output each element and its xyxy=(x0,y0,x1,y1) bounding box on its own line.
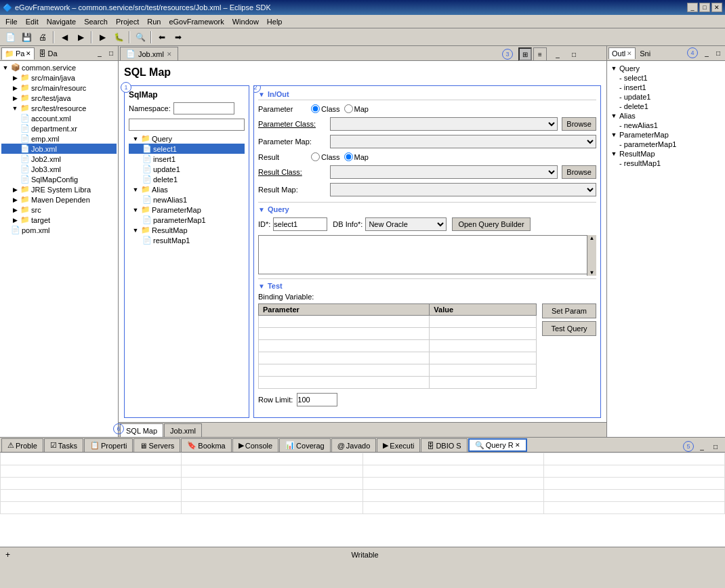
sqlmap-tree-parametermap1[interactable]: 📄 parameterMap1 xyxy=(129,215,245,225)
tab-query-result[interactable]: 🔍 Query R ✕ xyxy=(468,438,527,452)
result-map-radio[interactable] xyxy=(344,152,353,161)
query-collapse-btn[interactable]: ▼ xyxy=(258,206,265,213)
tree-item-job3[interactable]: 📄 Job3.xml xyxy=(1,164,117,174)
open-query-builder-btn[interactable]: Open Query Builder xyxy=(452,217,530,231)
menu-help[interactable]: Help xyxy=(263,16,287,27)
minimize-editor-btn[interactable]: _ xyxy=(552,49,563,60)
minimize-bottom-btn[interactable]: _ xyxy=(697,441,707,452)
back-btn[interactable]: ◀ xyxy=(57,30,72,44)
tree-item-src[interactable]: ▶ 📁 src xyxy=(1,205,117,215)
id-input[interactable] xyxy=(273,217,327,231)
sqlmap-tree-update1[interactable]: 📄 update1 xyxy=(129,164,245,174)
browse-param-class-btn[interactable]: Browse xyxy=(562,117,596,131)
tab-console[interactable]: ▶ Console xyxy=(232,438,278,452)
close-tab-btn[interactable]: ✕ xyxy=(167,51,172,58)
tab-tasks[interactable]: ☑ Tasks xyxy=(44,438,83,452)
tab-javadoc[interactable]: @ Javado xyxy=(331,438,377,452)
inner-tab-jobxml[interactable]: Job.xml xyxy=(164,423,202,437)
outline-insert1[interactable]: - insert1 xyxy=(610,83,722,92)
tab-snippets[interactable]: Sni xyxy=(637,47,653,59)
menu-project[interactable]: Project xyxy=(112,16,143,27)
db-info-combo[interactable]: New Oracle xyxy=(365,217,447,231)
outline-parametermap1[interactable]: - parameterMap1 xyxy=(610,140,722,149)
tree-item-emp[interactable]: 📄 emp.xml xyxy=(1,133,117,144)
new-btn[interactable]: 📄 xyxy=(3,30,18,44)
tab-outline[interactable]: Outl ✕ xyxy=(608,47,636,59)
param-class-combo[interactable] xyxy=(330,117,558,131)
view-grid-btn[interactable]: ⊞ xyxy=(518,47,532,61)
sqlmap-tree-query[interactable]: ▼ 📁 Query xyxy=(129,133,245,144)
param-map-combo[interactable] xyxy=(330,135,596,148)
maximize-panel-btn[interactable]: □ xyxy=(106,48,117,59)
test-query-btn[interactable]: Test Query xyxy=(542,321,596,336)
maximize-sidebar-btn[interactable]: □ xyxy=(713,48,724,59)
tab-data[interactable]: 🗄 Da xyxy=(36,47,60,60)
tab-execution[interactable]: ▶ Executi xyxy=(377,438,420,452)
sqlmap-tree-newalias1[interactable]: 📄 newAlias1 xyxy=(129,194,245,205)
view-list-btn[interactable]: ≡ xyxy=(533,47,547,61)
tree-item-jre[interactable]: ▶ 📁 JRE System Libra xyxy=(1,184,117,194)
outline-alias[interactable]: ▼ Alias xyxy=(610,111,722,121)
debug-btn[interactable]: 🐛 xyxy=(111,30,126,44)
close-outline-tab[interactable]: ✕ xyxy=(627,50,632,57)
result-map-combo[interactable] xyxy=(330,183,596,196)
menu-run[interactable]: Run xyxy=(143,16,165,27)
menu-window[interactable]: Window xyxy=(228,16,263,27)
menu-egovframework[interactable]: eGovFramework xyxy=(165,16,228,27)
scroll-up-btn[interactable]: ▲ xyxy=(587,235,596,241)
tree-item-src-test-res[interactable]: ▼ 📁 src/test/resource xyxy=(1,103,117,113)
tree-item-sqlmap-config[interactable]: 📄 SqlMapConfig xyxy=(1,174,117,184)
query-textarea[interactable] xyxy=(258,235,596,274)
tab-bookmarks[interactable]: 🔖 Bookma xyxy=(181,438,231,452)
textarea-scrollbar[interactable]: ▲ ▼ xyxy=(587,235,596,276)
outline-delete1[interactable]: - delete1 xyxy=(610,102,722,111)
inner-tab-sqlmap[interactable]: SQL Map xyxy=(120,423,163,437)
scroll-down-btn[interactable]: ▼ xyxy=(587,270,596,276)
search-btn[interactable]: 🔍 xyxy=(133,30,148,44)
browse-result-class-btn[interactable]: Browse xyxy=(562,165,596,179)
forward-btn[interactable]: ▶ xyxy=(73,30,88,44)
outline-select1[interactable]: - select1 xyxy=(610,73,722,83)
param-class-radio[interactable] xyxy=(311,104,320,113)
tab-properties[interactable]: 📋 Properti xyxy=(84,438,133,452)
outline-update1[interactable]: - update1 xyxy=(610,92,722,102)
maximize-btn[interactable]: □ xyxy=(699,3,710,12)
close-btn[interactable]: ✕ xyxy=(711,3,722,12)
outline-newalias1[interactable]: - newAlias1 xyxy=(610,121,722,130)
close-query-tab[interactable]: ✕ xyxy=(515,442,520,448)
tab-package-explorer[interactable]: 📁 Pa ✕ xyxy=(1,47,35,60)
tree-item-pom[interactable]: 📄 pom.xml xyxy=(1,225,117,235)
param-map-radio[interactable] xyxy=(344,104,353,113)
tree-item-account[interactable]: 📄 account.xml xyxy=(1,113,117,123)
maximize-bottom-btn[interactable]: □ xyxy=(710,441,721,452)
minimize-btn[interactable]: _ xyxy=(687,3,698,12)
menu-edit[interactable]: Edit xyxy=(22,16,43,27)
save-btn[interactable]: 💾 xyxy=(19,30,34,44)
tab-problems[interactable]: ⚠ Proble xyxy=(1,438,43,452)
minimize-sidebar-btn[interactable]: _ xyxy=(701,48,712,59)
outline-resultmap1[interactable]: - resultMap1 xyxy=(610,159,722,168)
tree-item-maven[interactable]: ▶ 📁 Maven Dependen xyxy=(1,194,117,205)
status-add-icon[interactable]: + xyxy=(5,550,10,560)
sqlmap-tree-select1[interactable]: 📄 select1 xyxy=(129,144,245,154)
tree-item-src-test-java[interactable]: ▶ 📁 src/test/java xyxy=(1,93,117,103)
result-class-radio[interactable] xyxy=(311,152,320,161)
result-class-combo[interactable] xyxy=(330,165,558,179)
close-tab-icon[interactable]: ✕ xyxy=(26,50,31,57)
menu-search[interactable]: Search xyxy=(80,16,112,27)
maximize-editor-btn[interactable]: □ xyxy=(568,49,579,60)
outline-query[interactable]: ▼ Query xyxy=(610,64,722,73)
row-limit-input[interactable] xyxy=(297,393,337,406)
sqlmap-tree-resultmap1[interactable]: 📄 resultMap1 xyxy=(129,235,245,245)
tree-item-common-service[interactable]: ▼ 📦 common.service xyxy=(1,62,117,72)
tab-dbio[interactable]: 🗄 DBIO S xyxy=(421,438,467,452)
prev-edit-btn[interactable]: ⬅ xyxy=(154,30,169,44)
tab-coverage[interactable]: 📊 Coverag xyxy=(279,438,331,452)
tree-item-src-main-java[interactable]: ▶ 📁 src/main/java xyxy=(1,72,117,83)
outline-parametermap[interactable]: ▼ ParameterMap xyxy=(610,130,722,140)
menu-file[interactable]: File xyxy=(1,16,22,27)
set-param-btn[interactable]: Set Param xyxy=(542,303,596,318)
menu-navigate[interactable]: Navigate xyxy=(43,16,80,27)
tree-item-job2[interactable]: 📄 Job2.xml xyxy=(1,154,117,164)
print-btn[interactable]: 🖨 xyxy=(35,30,50,44)
